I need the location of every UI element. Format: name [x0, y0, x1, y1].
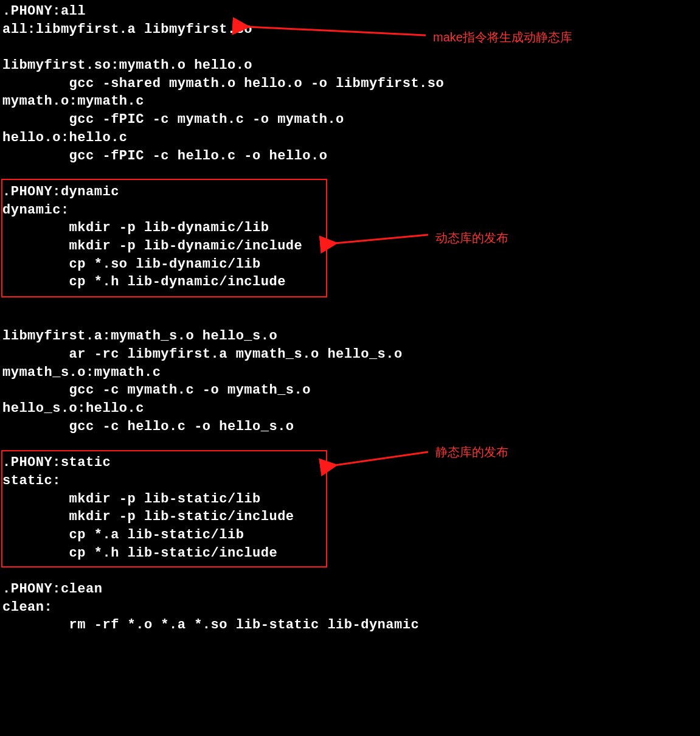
code-line: static: — [2, 473, 61, 488]
code-line: cp *.so lib-dynamic/lib — [2, 257, 261, 272]
code-line: cp *.a lib-static/lib — [2, 527, 244, 543]
code-line: mymath_s.o:mymath.c — [2, 365, 161, 380]
code-line: .PHONY:dynamic — [2, 184, 119, 200]
arrow-icon — [331, 225, 434, 249]
code-line: libmyfirst.a:mymath_s.o hello_s.o — [2, 328, 277, 344]
code-line: ar -rc libmyfirst.a mymath_s.o hello_s.o — [2, 347, 403, 362]
code-line: all:libmyfirst.a libmyfirst.so — [2, 22, 252, 37]
code-line: .PHONY:static — [2, 455, 111, 470]
code-line: cp *.h lib-static/include — [2, 546, 277, 561]
code-line: mkdir -p lib-dynamic/include — [2, 238, 302, 254]
annotation-label-make-all: make指令将生成动静态库 — [433, 29, 572, 46]
code-line: gcc -fPIC -c hello.c -o hello.o — [2, 148, 327, 164]
arrow-icon — [243, 18, 426, 43]
code-line: cp *.h lib-dynamic/include — [2, 274, 286, 290]
arrow-icon — [331, 447, 434, 471]
code-line: .PHONY:all — [2, 4, 86, 19]
code-line: mkdir -p lib-static/lib — [2, 491, 261, 507]
code-line: gcc -shared mymath.o hello.o -o libmyfir… — [2, 76, 444, 91]
code-line: mkdir -p lib-static/include — [2, 509, 294, 524]
code-line: hello_s.o:hello.c — [2, 401, 144, 416]
svg-line-0 — [247, 27, 426, 35]
annotation-label-dynamic-publish: 动态库的发布 — [435, 230, 508, 246]
code-line: hello.o:hello.c — [2, 130, 128, 145]
svg-line-2 — [334, 452, 428, 465]
code-line: .PHONY:clean — [2, 582, 102, 597]
svg-line-1 — [334, 235, 428, 243]
code-line: gcc -c mymath.c -o mymath_s.o — [2, 383, 311, 398]
code-line: clean: — [2, 600, 52, 615]
code-line: gcc -c hello.c -o hello_s.o — [2, 419, 294, 434]
code-line: mkdir -p lib-dynamic/lib — [2, 220, 269, 235]
code-line: rm -rf *.o *.a *.so lib-static lib-dynam… — [2, 617, 419, 633]
makefile-code: .PHONY:all all:libmyfirst.a libmyfirst.s… — [2, 2, 700, 634]
code-line: gcc -fPIC -c mymath.c -o mymath.o — [2, 112, 344, 127]
code-line: libmyfirst.so:mymath.o hello.o — [2, 58, 252, 73]
code-line: dynamic: — [2, 203, 69, 218]
code-line: mymath.o:mymath.c — [2, 94, 144, 109]
annotation-label-static-publish: 静态库的发布 — [435, 444, 508, 460]
